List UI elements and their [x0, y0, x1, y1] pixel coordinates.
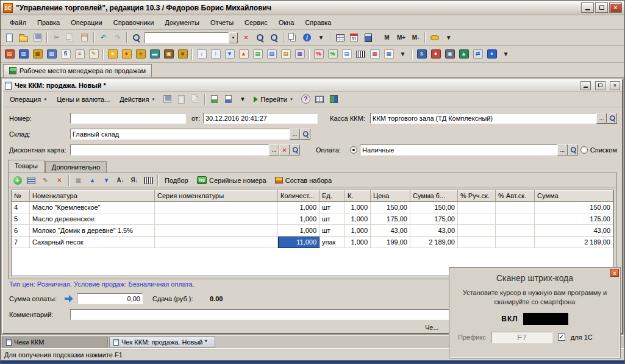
- menu-item-service[interactable]: Сервис: [239, 16, 273, 29]
- minimize-button[interactable]: [581, 2, 594, 13]
- toolbar-options-button[interactable]: ▼: [442, 31, 455, 44]
- open-file-icon[interactable]: [17, 31, 30, 44]
- cell-sum_no_disc[interactable]: 2 189,00: [410, 237, 458, 248]
- document-list-view-icon[interactable]: [313, 93, 326, 105]
- info-dropdown-button[interactable]: ▼: [315, 31, 327, 44]
- exchange-rates-icon[interactable]: $: [415, 48, 428, 60]
- discount-clear-button[interactable]: ×: [279, 145, 290, 155]
- column-header-k[interactable]: К.: [345, 190, 371, 201]
- internet-support-icon[interactable]: ●: [485, 48, 498, 60]
- cell-k[interactable]: 1,000: [345, 225, 371, 237]
- payment-open-button[interactable]: [568, 145, 578, 155]
- doc-more-dropdown-button[interactable]: ▼: [236, 93, 249, 105]
- receipt-printer-icon[interactable]: ▤: [3, 48, 16, 60]
- cell-qty[interactable]: 1,000: [278, 202, 320, 213]
- cell-manual_disc[interactable]: [458, 213, 496, 225]
- column-header-unit[interactable]: Ед.: [320, 190, 345, 201]
- table-row[interactable]: 5Масло деревенское1,000шт1,000175,00175,…: [12, 213, 613, 225]
- customer-order-icon[interactable]: ▤: [279, 48, 292, 60]
- documents-journal-icon[interactable]: ▥: [17, 48, 30, 60]
- cell-k[interactable]: 1,000: [345, 237, 371, 248]
- cell-unit[interactable]: шт: [320, 213, 345, 225]
- payment-list-radio[interactable]: [580, 146, 588, 154]
- crm-contacts-icon[interactable]: ●: [429, 48, 442, 60]
- for-1c-checkbox[interactable]: [558, 334, 565, 341]
- memory-minus-button[interactable]: M-: [409, 31, 422, 44]
- cell-manual_disc[interactable]: [458, 202, 496, 213]
- temporary-lock-icon[interactable]: [428, 31, 441, 44]
- set-contents-button[interactable]: Состав набора: [271, 174, 336, 187]
- scanner-status-display[interactable]: [523, 313, 568, 325]
- cell-sum[interactable]: 2 189,00: [535, 237, 613, 248]
- copy-to-clipboard-icon[interactable]: [287, 31, 299, 44]
- cash-out-icon[interactable]: ●: [120, 48, 133, 60]
- edit-row-button[interactable]: ✎: [39, 174, 52, 187]
- column-header-qty[interactable]: Количест...: [278, 190, 320, 201]
- menu-item-help[interactable]: Справка: [299, 16, 337, 29]
- notepad-icon[interactable]: ≡: [73, 48, 86, 60]
- cell-name[interactable]: Молоко "Домик в деревне" 1.5%: [30, 225, 155, 237]
- document-structure-icon[interactable]: [327, 93, 340, 105]
- cell-sum_no_disc[interactable]: 175,00: [410, 213, 458, 225]
- column-header-auto_disc[interactable]: % Авт.ск.: [496, 190, 535, 201]
- money-box-icon[interactable]: ■: [176, 48, 189, 60]
- cell-price[interactable]: 175,00: [371, 213, 410, 225]
- doc-restore-button[interactable]: [595, 81, 605, 90]
- kkm-open-button[interactable]: [607, 113, 617, 124]
- kkm-select-button[interactable]: ...: [596, 113, 607, 124]
- cell-sum[interactable]: 150,00: [535, 202, 613, 213]
- memory-store-button[interactable]: M: [380, 31, 393, 44]
- help-button[interactable]: ?: [299, 93, 312, 105]
- cell-series[interactable]: [155, 202, 278, 213]
- discount-cards-icon[interactable]: %: [326, 48, 339, 60]
- column-header-sum_no_disc[interactable]: Сумма б...: [410, 190, 458, 201]
- post-document-icon[interactable]: [208, 93, 221, 105]
- repricing-icon[interactable]: %: [312, 48, 325, 60]
- quick-search-input[interactable]: [145, 32, 229, 43]
- memory-plus-button[interactable]: M+: [395, 31, 408, 44]
- bottom-tab-checks-journal[interactable]: Чеки ККМ: [2, 337, 108, 348]
- goods-return-icon[interactable]: ▲: [237, 48, 250, 60]
- add-row-icon[interactable]: +: [11, 174, 24, 187]
- column-header-num[interactable]: №: [12, 190, 30, 201]
- kkm-input[interactable]: [370, 113, 596, 124]
- cell-qty[interactable]: 1,000: [278, 213, 320, 225]
- move-row-down-button[interactable]: ▼: [100, 174, 113, 187]
- cell-qty[interactable]: 1,000: [278, 225, 320, 237]
- column-header-manual_disc[interactable]: % Руч.ск.: [458, 190, 496, 201]
- edit-settings-icon[interactable]: ✎: [87, 48, 100, 60]
- outgoing-invoice-icon[interactable]: ↑: [209, 48, 222, 60]
- find-icon[interactable]: [130, 31, 143, 44]
- table-row[interactable]: 7Сахарный песок11,000упак1,000199,002 18…: [12, 237, 613, 248]
- calendar-icon[interactable]: 31: [348, 31, 360, 44]
- equipment-options-dropdown-button[interactable]: ▼: [499, 48, 512, 60]
- sort-descending-button[interactable]: Я↓: [128, 174, 141, 187]
- cell-sum_no_disc[interactable]: 150,00: [410, 202, 458, 213]
- column-header-sum[interactable]: Сумма: [535, 190, 613, 201]
- cell-qty[interactable]: 11,000: [278, 237, 320, 248]
- undo-icon[interactable]: ↶: [97, 31, 110, 44]
- menu-item-operations[interactable]: Операции: [65, 16, 107, 29]
- cell-sum[interactable]: 175,00: [535, 213, 613, 225]
- paste-icon[interactable]: [78, 31, 91, 44]
- cell-num[interactable]: 4: [12, 202, 30, 213]
- table-row[interactable]: 4Масло "Кремлевское"1,000шт1,000150,0015…: [12, 202, 613, 213]
- redo-icon[interactable]: ↷: [111, 31, 124, 44]
- number-input[interactable]: [70, 113, 186, 124]
- doc-minimize-button[interactable]: [580, 81, 591, 90]
- discount-card-input[interactable]: [70, 145, 269, 155]
- cell-name[interactable]: Сахарный песок: [30, 237, 155, 248]
- preview-document-icon[interactable]: [175, 93, 188, 105]
- sales-report-icon[interactable]: ▦: [368, 48, 381, 60]
- stock-report-icon[interactable]: ▦: [382, 48, 395, 60]
- delete-row-button[interactable]: ✕: [53, 174, 66, 187]
- cell-manual_disc[interactable]: [458, 225, 496, 237]
- calculator-icon[interactable]: [362, 31, 374, 44]
- purchase-order-icon[interactable]: ▤: [265, 48, 278, 60]
- menu-item-reports[interactable]: Отчеты: [205, 16, 239, 29]
- cell-series[interactable]: [155, 237, 278, 248]
- workspace-tab[interactable]: Рабочее место менеджера по продажам: [3, 64, 152, 77]
- cell-num[interactable]: 6: [12, 225, 30, 237]
- cell-unit[interactable]: упак: [320, 237, 345, 248]
- find-next-icon[interactable]: [254, 31, 266, 44]
